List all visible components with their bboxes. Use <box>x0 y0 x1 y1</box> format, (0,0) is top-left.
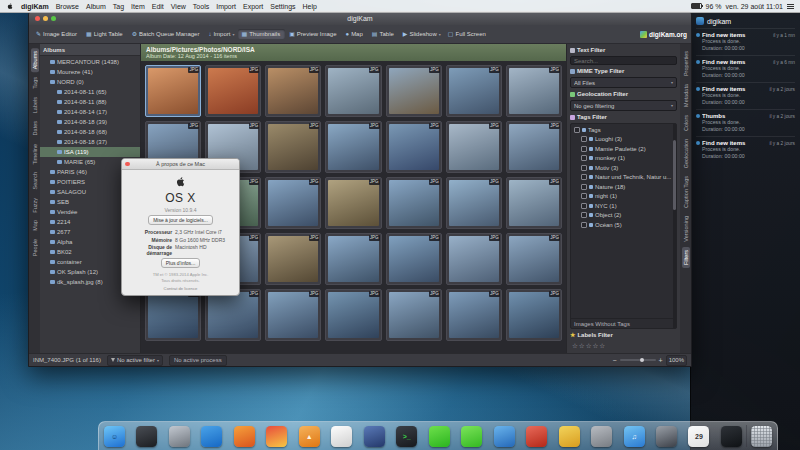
thumbnail[interactable]: JPG <box>506 65 562 117</box>
album-tree-item[interactable]: 2014-08-18 (68) <box>40 127 140 137</box>
apple-icon[interactable] <box>6 2 14 11</box>
thumbnail[interactable]: JPG <box>325 121 381 173</box>
thumbnail[interactable]: JPG <box>446 177 502 229</box>
rating-star[interactable]: ☆ <box>599 342 605 350</box>
tag-checkbox[interactable] <box>581 174 587 180</box>
notification[interactable]: Find new items il y a 2 jours Process is… <box>696 82 795 109</box>
thumbnail[interactable]: JPG <box>386 177 442 229</box>
menu-clock[interactable]: ven. 29 août 11:01 <box>726 3 783 10</box>
left-sidebar-tab[interactable]: Dates <box>31 118 39 138</box>
minimize-button[interactable] <box>43 16 48 21</box>
thumbnail[interactable]: JPG <box>265 65 321 117</box>
album-tree-item[interactable]: 2014-08-18 (39) <box>40 117 140 127</box>
thumbnail[interactable]: JPG <box>205 65 261 117</box>
tag-checkbox[interactable] <box>581 165 587 171</box>
thumbnail[interactable]: JPG <box>446 233 502 285</box>
right-sidebar-tab[interactable]: Caption Tags <box>682 173 690 211</box>
tag-checkbox[interactable] <box>581 184 587 190</box>
rating-star[interactable]: ☆ <box>572 342 578 350</box>
tag-checkbox[interactable] <box>581 212 587 218</box>
menu-item[interactable]: Browse <box>56 3 79 10</box>
mime-filter-dropdown[interactable]: All Files ▾ <box>570 77 677 88</box>
dock-app-icon[interactable] <box>136 426 157 447</box>
dock-app-icon[interactable]: ♫ <box>624 426 645 447</box>
dock-app-icon[interactable] <box>559 426 580 447</box>
thumbnail[interactable]: JPG <box>145 65 201 117</box>
mime-filter-header[interactable]: MIME Type Filter <box>570 67 677 75</box>
close-button[interactable] <box>35 16 40 21</box>
notification[interactable]: Find new items il y a 1 mn Process is do… <box>696 28 795 55</box>
thumbnail[interactable]: JPG <box>386 121 442 173</box>
thumbnail[interactable]: JPG <box>265 233 321 285</box>
album-tree-item[interactable]: NORD (0) <box>40 77 140 87</box>
toolbar-button[interactable]: ▤ Table <box>369 29 399 39</box>
left-sidebar-tab[interactable]: Timeline <box>31 141 39 168</box>
dock-app-icon[interactable] <box>656 426 677 447</box>
dock-app-icon[interactable] <box>526 426 547 447</box>
toolbar-button[interactable]: ✎ Image Editor <box>33 29 82 39</box>
tag-checkbox[interactable] <box>581 222 587 228</box>
dock-app-icon[interactable]: >_ <box>396 426 417 447</box>
tag-checkbox[interactable] <box>581 136 587 142</box>
right-sidebar-tab[interactable]: Filters <box>682 247 690 268</box>
right-sidebar-tab[interactable]: Properties <box>682 48 690 79</box>
menu-item[interactable]: Export <box>243 3 263 10</box>
menu-app-name[interactable]: digiKam <box>21 3 49 10</box>
toolbar-button[interactable]: ⚙ Batch Queue Manager <box>129 29 205 39</box>
thumbnail[interactable]: JPG <box>506 233 562 285</box>
dock-app-icon[interactable] <box>494 426 515 447</box>
left-sidebar-tab[interactable]: People <box>31 236 39 259</box>
left-sidebar-tab[interactable]: Tags <box>31 74 39 92</box>
thumbnail[interactable]: JPG <box>265 289 321 341</box>
dock-app-icon[interactable] <box>721 426 742 447</box>
labels-filter-header[interactable]: ★ Labels Filter <box>570 331 677 339</box>
notification-center-icon[interactable] <box>787 4 794 9</box>
right-sidebar-tab[interactable]: Colors <box>682 112 690 134</box>
tag-checkbox[interactable] <box>581 155 587 161</box>
tags-scrollbar[interactable] <box>673 124 676 328</box>
dock-app-icon[interactable] <box>331 426 352 447</box>
images-without-tags[interactable]: Images Without Tags <box>571 318 676 328</box>
left-sidebar-tab[interactable]: Map <box>31 217 39 234</box>
dock-app-icon[interactable] <box>591 426 612 447</box>
thumbnail[interactable]: JPG <box>325 65 381 117</box>
more-info-button[interactable]: Plus d'infos... <box>161 258 201 268</box>
dock-app-icon[interactable] <box>169 426 190 447</box>
tag-filter-item[interactable]: Natur und Technik, Natur u... <box>571 173 676 183</box>
menu-item[interactable]: Item <box>131 3 145 10</box>
thumbnail[interactable]: JPG <box>145 289 201 341</box>
rating-star[interactable]: ☆ <box>586 342 592 350</box>
thumbnail[interactable]: JPG <box>446 65 502 117</box>
toolbar-button[interactable]: ▦ Thumbnails <box>238 29 285 39</box>
rating-star[interactable]: ☆ <box>579 342 585 350</box>
thumbnail[interactable]: JPG <box>325 233 381 285</box>
album-tree-item[interactable]: ISA (119) <box>40 147 140 157</box>
right-sidebar-tab[interactable]: Metadata <box>682 81 690 110</box>
thumbnail[interactable]: JPG <box>446 121 502 173</box>
filter-status-dropdown[interactable]: No active filter ▾ <box>107 355 163 366</box>
left-sidebar-tab[interactable]: Fuzzy <box>31 195 39 216</box>
menu-item[interactable]: Album <box>86 3 106 10</box>
thumbnail[interactable]: JPG <box>386 289 442 341</box>
album-tree-item[interactable]: MERCANTOUR (1438) <box>40 57 140 67</box>
thumbnail[interactable]: JPG <box>506 177 562 229</box>
dock-app-icon[interactable] <box>364 426 385 447</box>
dock-app-icon[interactable]: ▲ <box>299 426 320 447</box>
thumbnail[interactable]: JPG <box>265 177 321 229</box>
left-sidebar-tab[interactable]: Albums <box>31 48 39 72</box>
toolbar-button[interactable]: ↓ Import ▾ <box>205 29 237 39</box>
toolbar-button[interactable]: ▣ Preview Image <box>286 29 341 39</box>
geolocation-filter-header[interactable]: Geolocation Filter <box>570 90 677 98</box>
thumbnail[interactable]: JPG <box>325 177 381 229</box>
zoom-button[interactable] <box>51 16 56 21</box>
menu-item[interactable]: Help <box>303 3 317 10</box>
left-sidebar-tab[interactable]: Search <box>31 169 39 192</box>
thumbnail[interactable]: JPG <box>205 289 261 341</box>
tag-checkbox[interactable] <box>581 193 587 199</box>
dock-app-icon[interactable]: ☺ <box>104 426 125 447</box>
dock-app-icon[interactable] <box>461 426 482 447</box>
rating-star[interactable]: ☆ <box>592 342 598 350</box>
license-link[interactable]: Contrat de licence <box>164 286 198 291</box>
dock-app-icon[interactable] <box>234 426 255 447</box>
left-sidebar-tab[interactable]: Labels <box>31 94 39 116</box>
